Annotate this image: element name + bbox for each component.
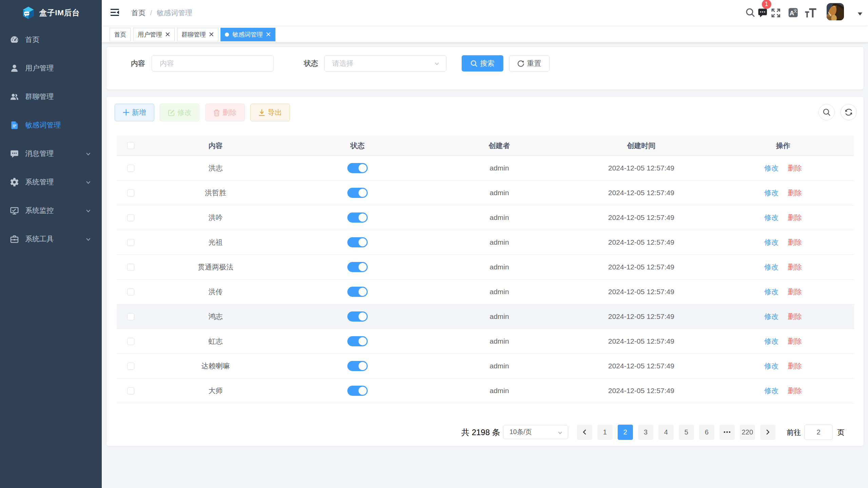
svg-text:文: 文 (793, 8, 797, 13)
